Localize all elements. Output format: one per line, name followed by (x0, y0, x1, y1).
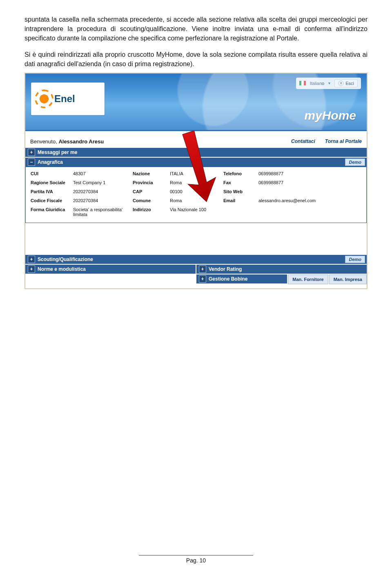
field-value: Test Company 1 (73, 180, 130, 185)
page-footer: Pag. 10 (0, 555, 392, 564)
sun-icon (37, 92, 51, 106)
page-banner-title: myHome (304, 109, 356, 123)
field-value: 00100 (170, 189, 221, 194)
expand-icon: + (28, 256, 35, 263)
bar-bobine-label: Gestione Bobine (209, 276, 247, 282)
field-label: CUI (31, 171, 71, 176)
welcome-row: Benvenuto, Alessandro Aresu Contattaci T… (25, 136, 367, 148)
bar-messages[interactable]: + Messaggi per me (25, 148, 367, 157)
field-label: Codice Fiscale (31, 198, 71, 203)
screenshot-container: Italiano ▾ x Esci Enel myHome Benvenuto,… (24, 73, 368, 289)
paragraph-1: spuntata la casella nella schermata prec… (24, 15, 368, 43)
field-value: 2020270384 (73, 198, 130, 203)
field-label: Provincia (133, 180, 167, 185)
field-value (258, 189, 361, 194)
expand-icon: + (28, 265, 35, 273)
bar-vendor-rating[interactable]: + Vendor Rating (196, 265, 367, 274)
language-bar: Italiano ▾ x Esci (296, 78, 361, 89)
field-label: Comune (133, 198, 167, 203)
expand-icon: + (28, 149, 35, 156)
bar-vendor-label: Vendor Rating (209, 266, 242, 272)
link-back-portal[interactable]: Torna al Portale (325, 138, 362, 144)
field-label: Indirizzo (133, 207, 167, 217)
link-contact[interactable]: Contattaci (291, 138, 315, 144)
field-label: Sito Web (223, 189, 256, 194)
paragraph-2: Si è quindi reindirizzati alla proprio c… (24, 50, 368, 69)
tab-man-impresa[interactable]: Man. Impresa (329, 274, 367, 284)
field-value: Roma (170, 180, 221, 185)
anagrafica-panel: CUI48307NazioneITALIATelefono0699988877R… (25, 167, 367, 223)
logout-button[interactable]: x Esci (334, 79, 358, 87)
field-value: 0699988877 (258, 171, 361, 176)
chevron-down-icon: ▾ (328, 81, 330, 85)
collapse-icon: − (28, 158, 35, 166)
field-value: 2020270384 (73, 189, 130, 194)
field-value: ITALIA (170, 171, 221, 176)
field-value: Via Nazionale 100 (170, 207, 221, 217)
logout-label: Esci (345, 81, 354, 86)
language-label[interactable]: Italiano (310, 81, 324, 86)
field-label: Partita IVA (31, 189, 71, 194)
bar-gestione-bobine[interactable]: + Gestione Bobine (196, 274, 287, 283)
field-value: Roma (170, 198, 221, 203)
field-label: Ragione Sociale (31, 180, 71, 185)
bar-scouting[interactable]: + Scouting/Qualificazione Demo (25, 255, 367, 264)
field-value: Societa' a responsabilita' limitata (73, 207, 130, 217)
field-value (258, 207, 361, 217)
brand-text: Enel (54, 93, 75, 105)
tab-man-fornitore[interactable]: Man. Fornitore (288, 274, 328, 284)
bar-norme-label: Norme e modulistica (38, 266, 86, 272)
welcome-username: Alessandro Aresu (58, 138, 104, 145)
field-value: 0699988877 (258, 180, 361, 185)
field-label: Forma Giuridica (31, 207, 71, 217)
banner: Italiano ▾ x Esci Enel myHome (25, 74, 367, 130)
field-value: 48307 (73, 171, 130, 176)
field-label (223, 207, 256, 217)
field-label: CAP (133, 189, 167, 194)
bar-messages-label: Messaggi per me (38, 149, 77, 155)
demo-badge[interactable]: Demo (345, 158, 365, 166)
bar-anagrafica[interactable]: − Anagrafica Demo (25, 158, 367, 167)
field-label: Fax (223, 180, 256, 185)
expand-icon: + (199, 265, 206, 273)
page-number: Pag. 10 (186, 557, 206, 564)
field-value: alessandro.aresu@enel.com (258, 198, 361, 203)
field-label: Email (223, 198, 256, 203)
close-icon: x (338, 80, 344, 86)
field-label: Telefono (223, 171, 256, 176)
bar-scouting-label: Scouting/Qualificazione (38, 257, 93, 262)
bar-norme[interactable]: + Norme e modulistica (25, 265, 196, 274)
brand-logo: Enel (31, 83, 105, 115)
welcome-prefix: Benvenuto, (30, 138, 58, 145)
field-label: Nazione (133, 171, 167, 176)
flag-italy-icon (299, 81, 306, 85)
expand-icon: + (199, 275, 206, 283)
demo-badge[interactable]: Demo (345, 256, 365, 263)
bar-anagrafica-label: Anagrafica (38, 159, 63, 165)
